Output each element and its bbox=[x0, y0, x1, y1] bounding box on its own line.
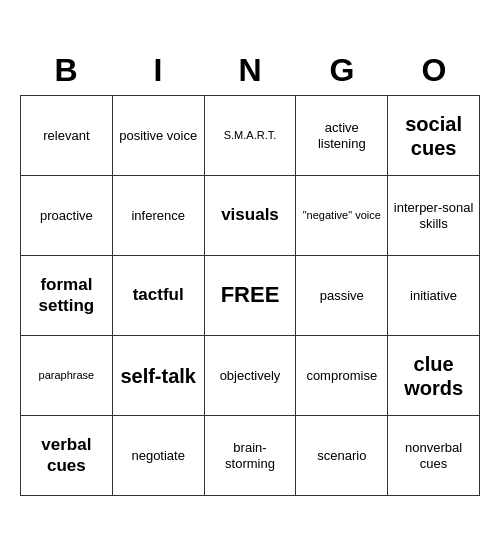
bingo-cell: formal setting bbox=[21, 256, 113, 336]
bingo-cell: tactful bbox=[113, 256, 205, 336]
bingo-grid: relevantpositive voiceS.M.A.R.T.active l… bbox=[20, 95, 480, 496]
bingo-cell: passive bbox=[296, 256, 388, 336]
bingo-cell: social cues bbox=[388, 96, 480, 176]
bingo-card: BINGO relevantpositive voiceS.M.A.R.T.ac… bbox=[20, 48, 480, 496]
cell-text: S.M.A.R.T. bbox=[224, 129, 277, 142]
bingo-cell: inference bbox=[113, 176, 205, 256]
cell-text: proactive bbox=[40, 208, 93, 224]
cell-text: negotiate bbox=[131, 448, 185, 464]
header-letter: I bbox=[112, 48, 204, 93]
cell-text: scenario bbox=[317, 448, 366, 464]
cell-text: nonverbal cues bbox=[392, 440, 475, 471]
header-letter: G bbox=[296, 48, 388, 93]
bingo-cell: clue words bbox=[388, 336, 480, 416]
cell-text: inference bbox=[131, 208, 184, 224]
cell-text: interper-sonal skills bbox=[392, 200, 475, 231]
bingo-cell: brain-storming bbox=[205, 416, 297, 496]
bingo-cell: compromise bbox=[296, 336, 388, 416]
bingo-cell: negotiate bbox=[113, 416, 205, 496]
bingo-cell: objectively bbox=[205, 336, 297, 416]
header-letter: O bbox=[388, 48, 480, 93]
bingo-cell: S.M.A.R.T. bbox=[205, 96, 297, 176]
bingo-header: BINGO bbox=[20, 48, 480, 93]
bingo-cell: relevant bbox=[21, 96, 113, 176]
bingo-cell: self-talk bbox=[113, 336, 205, 416]
cell-text: tactful bbox=[133, 285, 184, 305]
cell-text: formal setting bbox=[25, 275, 108, 316]
cell-text: relevant bbox=[43, 128, 89, 144]
bingo-cell: FREE bbox=[205, 256, 297, 336]
bingo-cell: verbal cues bbox=[21, 416, 113, 496]
bingo-cell: nonverbal cues bbox=[388, 416, 480, 496]
cell-text: active listening bbox=[300, 120, 383, 151]
bingo-cell: initiative bbox=[388, 256, 480, 336]
cell-text: "negative" voice bbox=[303, 209, 381, 222]
cell-text: verbal cues bbox=[25, 435, 108, 476]
bingo-cell: visuals bbox=[205, 176, 297, 256]
bingo-cell: "negative" voice bbox=[296, 176, 388, 256]
header-letter: B bbox=[20, 48, 112, 93]
cell-text: passive bbox=[320, 288, 364, 304]
cell-text: paraphrase bbox=[39, 369, 95, 382]
cell-text: initiative bbox=[410, 288, 457, 304]
bingo-cell: interper-sonal skills bbox=[388, 176, 480, 256]
cell-text: visuals bbox=[221, 205, 279, 225]
cell-text: clue words bbox=[392, 352, 475, 400]
bingo-cell: proactive bbox=[21, 176, 113, 256]
bingo-cell: paraphrase bbox=[21, 336, 113, 416]
bingo-cell: active listening bbox=[296, 96, 388, 176]
cell-text: FREE bbox=[221, 282, 280, 308]
cell-text: social cues bbox=[392, 112, 475, 160]
cell-text: self-talk bbox=[120, 364, 196, 388]
header-letter: N bbox=[204, 48, 296, 93]
cell-text: brain-storming bbox=[209, 440, 292, 471]
bingo-cell: scenario bbox=[296, 416, 388, 496]
cell-text: positive voice bbox=[119, 128, 197, 144]
bingo-cell: positive voice bbox=[113, 96, 205, 176]
cell-text: compromise bbox=[306, 368, 377, 384]
cell-text: objectively bbox=[220, 368, 281, 384]
